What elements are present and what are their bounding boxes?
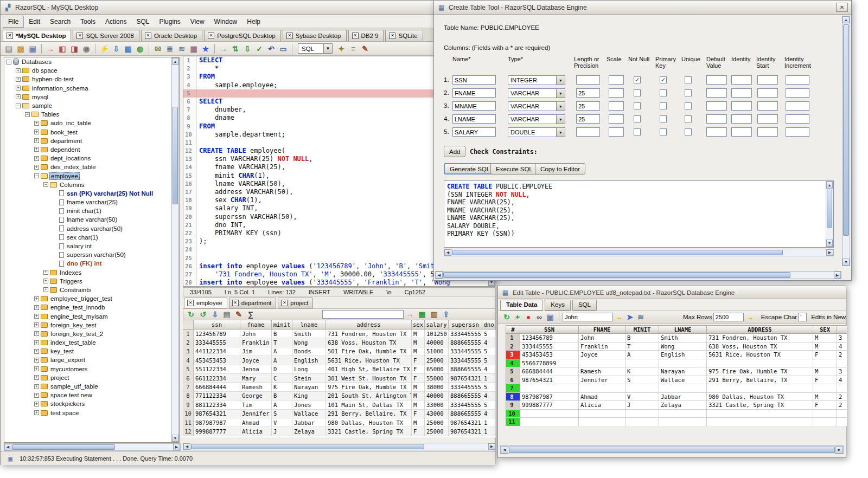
execute-sql-button[interactable]: Execute SQL	[490, 163, 538, 175]
identity-increment-input[interactable]	[786, 114, 809, 124]
expand-icon[interactable]: +	[16, 68, 21, 73]
create-titlebar[interactable]: ▦ Create Table Tool - RazorSQL Database …	[434, 1, 851, 15]
edit-titlebar[interactable]: ▦ Edit Table - PUBLIC.EMPLOYEE utf8_note…	[498, 286, 846, 299]
table-cell[interactable]: F	[813, 376, 837, 384]
table-browser-icon[interactable]: ▦	[123, 43, 133, 54]
expand-icon[interactable]: +	[34, 296, 39, 301]
table-cell[interactable]: 65000	[425, 365, 449, 373]
identity-start-input[interactable]	[757, 75, 778, 85]
table-cell[interactable]: 333445555	[449, 383, 482, 391]
column-header[interactable]: FNAME	[579, 326, 626, 333]
table-cell[interactable]: M	[412, 392, 425, 400]
table-cell[interactable]: M	[412, 383, 425, 391]
open-file-icon[interactable]: ▨	[15, 43, 26, 54]
scroll-down-icon[interactable]: ▼	[826, 240, 833, 247]
table-cell[interactable]: 441122334	[194, 347, 240, 356]
unique-checkbox[interactable]	[685, 89, 692, 96]
table-cell[interactable]	[659, 418, 707, 426]
tree-item[interactable]: −Tables	[4, 110, 171, 119]
table-cell[interactable]: F	[813, 401, 837, 409]
column-header[interactable]	[183, 320, 194, 329]
table-cell[interactable]: 666884444	[520, 367, 579, 376]
expand-icon[interactable]: +	[34, 322, 39, 327]
connection-tab[interactable]: ✕*MySQL Desktop	[3, 30, 71, 41]
table-cell[interactable]: F	[412, 410, 425, 418]
expand-icon[interactable]: +	[34, 393, 39, 398]
column-name-input[interactable]	[452, 75, 496, 85]
table-cell[interactable]: 5	[482, 401, 496, 409]
column-type-select[interactable]: VARCHAR▼	[508, 88, 565, 98]
table-cell[interactable]: Narayan	[659, 367, 707, 376]
close-tab-icon[interactable]: ✕	[76, 33, 83, 39]
table-cell[interactable]: 291 Berry, Bellaire, TX	[707, 376, 813, 384]
table-row[interactable]: 11	[506, 418, 847, 426]
table-cell[interactable]: D	[272, 365, 292, 373]
table-cell[interactable]: Bonds	[292, 347, 326, 356]
chevron-down-icon[interactable]: ▼	[323, 44, 332, 53]
table-cell[interactable]: Narayan	[292, 383, 326, 391]
chart-icon[interactable]: ▥	[188, 43, 199, 54]
expand-icon[interactable]: +	[43, 270, 48, 275]
table-cell[interactable]: Franklin	[240, 338, 272, 346]
identity-input[interactable]	[731, 88, 752, 98]
table-cell[interactable]: John	[240, 330, 272, 338]
table-cell[interactable]: Jenna	[240, 365, 272, 373]
expand-icon[interactable]: +	[34, 402, 39, 406]
table-cell[interactable]: 980 Dallas, Houston TX	[326, 418, 412, 427]
scroll-right-icon[interactable]: ▶	[835, 446, 843, 454]
unique-checkbox[interactable]	[685, 115, 692, 122]
column-header[interactable]: #	[506, 326, 520, 333]
column-header[interactable]: superssn	[449, 320, 482, 329]
table-cell[interactable]	[579, 410, 626, 418]
identity-increment-input[interactable]	[786, 75, 809, 85]
table-cell[interactable]: 666884444	[194, 383, 240, 391]
import-connection-icon[interactable]: →	[45, 43, 56, 54]
save-icon[interactable]: ▣	[27, 43, 38, 54]
collapse-icon[interactable]: −	[34, 173, 39, 178]
tab-keys[interactable]: Keys	[545, 300, 571, 311]
table-cell[interactable]	[579, 359, 626, 367]
identity-increment-input[interactable]	[786, 127, 809, 137]
table-cell[interactable]	[659, 384, 707, 392]
tree-item[interactable]: +foreign_key_test_2	[4, 330, 171, 338]
column-name-input[interactable]	[452, 114, 496, 124]
menu-plugins[interactable]: Plugins	[154, 16, 185, 27]
table-cell[interactable]: 999887777	[520, 401, 579, 409]
table-cell[interactable]: 638 Voss, Houston TX	[326, 338, 412, 346]
menu-sql[interactable]: SQL	[131, 16, 154, 27]
close-tab-icon[interactable]: ✕	[281, 300, 288, 306]
table-cell[interactable]: 987654321	[194, 410, 240, 418]
table-cell[interactable]: Joyce	[240, 356, 272, 364]
add-row-icon[interactable]: +	[512, 312, 523, 322]
table-cell[interactable]: 101 Main St, Dallas TX	[326, 401, 412, 409]
tree-item[interactable]: +engine_test_myisam	[4, 312, 171, 320]
table-cell[interactable]: K	[272, 383, 292, 391]
table-cell[interactable]: 3321 Castle, Spring TX	[326, 427, 412, 435]
max-rows-input[interactable]	[713, 313, 744, 321]
column-type-select[interactable]: DOUBLE▼	[508, 127, 565, 137]
scroll-up-icon[interactable]: ▲	[826, 182, 833, 189]
table-cell[interactable]: 5631 Rice, Houston TX	[326, 356, 412, 364]
length-input[interactable]	[576, 114, 600, 124]
table-cell[interactable]: F	[412, 374, 425, 382]
tree-item[interactable]: −employee	[4, 171, 171, 180]
table-cell[interactable]: 333445555	[449, 356, 482, 364]
run-icon[interactable]: →	[218, 43, 229, 54]
edit-icon[interactable]: ✎	[360, 43, 371, 54]
expand-icon[interactable]: +	[34, 349, 39, 354]
execute-icon[interactable]: ≣	[164, 43, 175, 54]
table-cell[interactable]: 4	[482, 338, 496, 346]
close-tab-icon[interactable]: ✕	[232, 300, 239, 306]
scroll-right-icon[interactable]: ▶	[834, 272, 841, 279]
table-cell[interactable]: M	[412, 330, 425, 338]
tree-item[interactable]: +employee_trigger_test	[4, 294, 171, 303]
table-row[interactable]: 9881122334TimAJones101 Main St, Dallas T…	[183, 401, 496, 409]
table-cell[interactable]: Jennifer	[240, 410, 272, 418]
column-header[interactable]: minit	[272, 320, 292, 329]
table-cell[interactable]: Smith	[659, 334, 707, 342]
table-cell[interactable]: 888665555	[449, 338, 482, 346]
table-cell[interactable]: 5	[482, 347, 496, 356]
table-row[interactable]: 3453453453JoyceAEnglish5631 Rice, Housto…	[506, 351, 847, 359]
close-tab-icon[interactable]: ✕	[389, 33, 395, 39]
table-cell[interactable]: Wong	[292, 338, 326, 346]
